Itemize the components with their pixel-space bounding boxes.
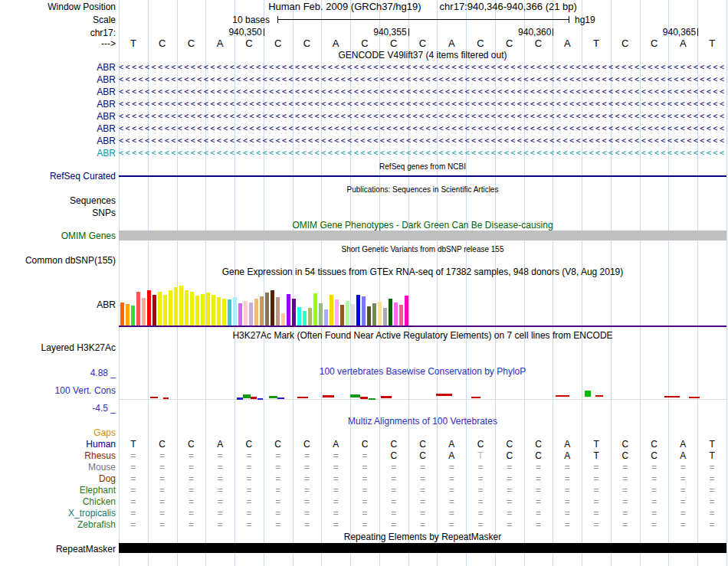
gtex-expression-bar[interactable]: [201, 294, 205, 326]
gtex-expression-bar[interactable]: [303, 311, 307, 326]
species-label[interactable]: Human: [0, 439, 116, 450]
species-label[interactable]: Elephant: [0, 485, 116, 496]
h3k27ac-track-label[interactable]: Layered H3K27Ac: [0, 342, 116, 353]
species-label[interactable]: Mouse: [0, 462, 116, 473]
gtex-expression-bar[interactable]: [308, 308, 312, 326]
gene-row-label[interactable]: ABR: [0, 87, 116, 97]
gtex-expression-bar[interactable]: [169, 290, 172, 326]
repeatmasker-bar[interactable]: [119, 543, 726, 553]
gtex-expression-bar[interactable]: [126, 304, 130, 326]
gtex-expression-bar[interactable]: [389, 299, 392, 326]
gtex-expression-bar[interactable]: [222, 299, 226, 326]
gtex-expression-bar[interactable]: [136, 292, 140, 326]
gene-row-arrows[interactable]: <<<<<<<<<<<<<<<<<<<<<<<<<<<<<<<<<<<<<<<<…: [119, 111, 726, 122]
gtex-expression-bar[interactable]: [292, 299, 296, 326]
species-label[interactable]: X_tropicalis: [0, 508, 116, 519]
gtex-expression-bar[interactable]: [260, 296, 264, 326]
gtex-expression-bar[interactable]: [120, 303, 124, 326]
gene-row-label[interactable]: ABR: [0, 148, 116, 159]
gtex-expression-bar[interactable]: [378, 302, 382, 326]
gtex-expression-bar[interactable]: [330, 295, 333, 326]
gtex-expression-bar[interactable]: [152, 295, 156, 326]
track-header-gencode[interactable]: GENCODE V49lift37 (4 items filtered out): [119, 51, 726, 61]
gtex-expression-bar[interactable]: [356, 295, 360, 326]
gene-row-label[interactable]: ABR: [0, 136, 116, 146]
omim-genes-label[interactable]: OMIM Genes: [0, 231, 116, 241]
gtex-expression-bar[interactable]: [179, 286, 183, 326]
gtex-expression-bar[interactable]: [265, 293, 269, 326]
gtex-expression-bar[interactable]: [217, 297, 221, 326]
phylop-track-label[interactable]: 100 Vert. Cons: [0, 385, 116, 396]
gene-row-label[interactable]: ABR: [0, 111, 116, 122]
gene-row-arrows[interactable]: <<<<<<<<<<<<<<<<<<<<<<<<<<<<<<<<<<<<<<<<…: [119, 148, 726, 159]
gene-row-arrows[interactable]: <<<<<<<<<<<<<<<<<<<<<<<<<<<<<<<<<<<<<<<<…: [119, 99, 726, 110]
gene-row-arrows[interactable]: <<<<<<<<<<<<<<<<<<<<<<<<<<<<<<<<<<<<<<<<…: [119, 136, 726, 146]
gene-row-label[interactable]: ABR: [0, 99, 116, 110]
species-label[interactable]: Gaps: [0, 427, 116, 438]
gtex-expression-bar[interactable]: [335, 299, 339, 326]
track-header-repeatmasker[interactable]: Repeating Elements by RepeatMasker: [119, 532, 726, 542]
species-label[interactable]: Zebrafish: [0, 519, 116, 530]
gtex-expression-bar[interactable]: [313, 293, 317, 326]
gtex-expression-bar[interactable]: [163, 295, 167, 326]
species-label[interactable]: Rhesus: [0, 450, 116, 461]
gtex-expression-bar[interactable]: [324, 309, 328, 326]
track-header-phylop[interactable]: 100 vertebrates Basewise Conservation by…: [119, 367, 726, 377]
gtex-expression-bar[interactable]: [195, 296, 199, 326]
track-header-publications[interactable]: Publications: Sequences in Scientific Ar…: [119, 185, 726, 195]
gtex-expression-bar[interactable]: [362, 296, 366, 326]
gtex-expression-bar[interactable]: [212, 295, 215, 326]
gtex-expression-bar[interactable]: [399, 305, 403, 326]
gtex-expression-bar[interactable]: [319, 303, 323, 326]
gtex-gene-label[interactable]: ABR: [0, 299, 116, 310]
gtex-expression-bar[interactable]: [158, 292, 162, 326]
gtex-expression-bar[interactable]: [276, 297, 280, 326]
gene-row-arrows[interactable]: <<<<<<<<<<<<<<<<<<<<<<<<<<<<<<<<<<<<<<<<…: [119, 62, 726, 73]
gtex-expression-bar[interactable]: [383, 308, 387, 326]
species-label[interactable]: Dog: [0, 473, 116, 484]
gtex-expression-bar[interactable]: [206, 293, 210, 326]
repeatmasker-track-label[interactable]: RepeatMasker: [0, 544, 116, 555]
sequences-track-label[interactable]: Sequences: [0, 195, 116, 206]
gtex-expression-bar[interactable]: [185, 290, 189, 326]
gtex-expression-bar[interactable]: [281, 313, 285, 326]
gene-row-arrows[interactable]: <<<<<<<<<<<<<<<<<<<<<<<<<<<<<<<<<<<<<<<<…: [119, 123, 726, 134]
gtex-expression-bar[interactable]: [249, 303, 253, 326]
track-header-refseq[interactable]: RefSeq genes from NCBI: [119, 162, 726, 172]
track-header-omim[interactable]: OMIM Gene Phenotypes - Dark Green Can Be…: [119, 221, 726, 231]
gtex-expression-bar[interactable]: [190, 292, 194, 326]
track-header-h3k27ac[interactable]: H3K27Ac Mark (Often Found Near Active Re…: [119, 331, 726, 341]
gene-row-label[interactable]: ABR: [0, 62, 116, 73]
gtex-expression-bar[interactable]: [346, 301, 349, 326]
gtex-expression-bar[interactable]: [147, 290, 151, 326]
gene-row-label[interactable]: ABR: [0, 123, 116, 134]
gtex-expression-bar[interactable]: [367, 306, 371, 326]
gtex-expression-bar[interactable]: [405, 296, 408, 326]
refseq-curated-label[interactable]: RefSeq Curated: [0, 171, 116, 182]
gtex-expression-bar[interactable]: [233, 297, 237, 326]
gene-row-arrows[interactable]: <<<<<<<<<<<<<<<<<<<<<<<<<<<<<<<<<<<<<<<<…: [119, 87, 726, 97]
gtex-expression-bar[interactable]: [340, 305, 344, 326]
refseq-gene-bar[interactable]: [119, 175, 726, 177]
snps-track-label[interactable]: SNPs: [0, 208, 116, 218]
gtex-expression-bar[interactable]: [228, 299, 231, 326]
gtex-expression-bar[interactable]: [254, 299, 258, 326]
track-header-multiz[interactable]: Multiz Alignments of 100 Vertebrates: [119, 417, 726, 427]
track-header-dbsnp[interactable]: Short Genetic Variants from dbSNP releas…: [119, 244, 726, 254]
gtex-expression-bar[interactable]: [372, 303, 376, 326]
dbsnp-track-label[interactable]: Common dbSNP(155): [0, 255, 116, 266]
gtex-expression-bar[interactable]: [244, 301, 248, 326]
gtex-expression-bar[interactable]: [238, 303, 242, 326]
gtex-expression-bar[interactable]: [287, 294, 290, 326]
gtex-expression-bar[interactable]: [142, 298, 146, 326]
gene-row-label[interactable]: ABR: [0, 74, 116, 85]
gtex-expression-bar[interactable]: [174, 287, 178, 326]
omim-genes-bar[interactable]: [119, 231, 726, 240]
gtex-expression-bar[interactable]: [131, 306, 135, 326]
track-header-gtex[interactable]: Gene Expression in 54 tissues from GTEx …: [119, 267, 726, 277]
gtex-expression-bar[interactable]: [271, 290, 274, 326]
gtex-expression-bar[interactable]: [394, 303, 398, 326]
gene-row-arrows[interactable]: <<<<<<<<<<<<<<<<<<<<<<<<<<<<<<<<<<<<<<<<…: [119, 74, 726, 85]
gtex-expression-bar[interactable]: [297, 307, 301, 326]
gtex-expression-bar[interactable]: [351, 304, 355, 326]
